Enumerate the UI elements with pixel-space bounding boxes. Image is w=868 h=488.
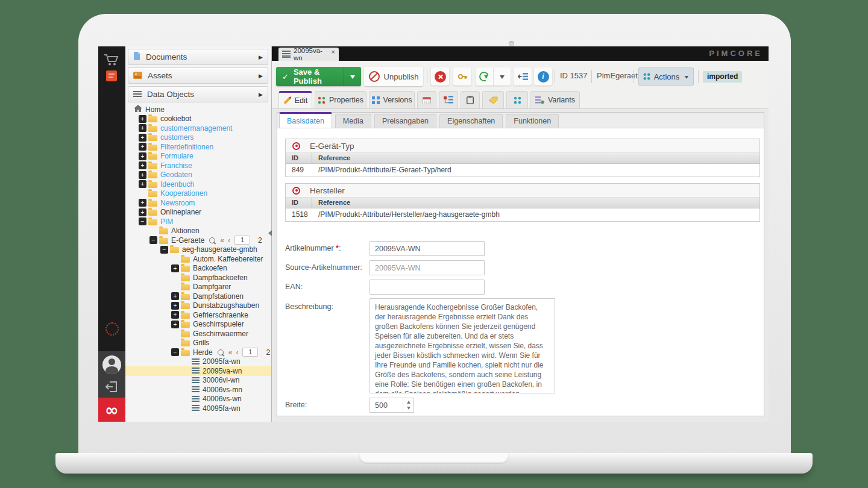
info-button[interactable]: i xyxy=(534,67,552,86)
sidebar-collapse-handle[interactable] xyxy=(265,230,272,236)
expand-icon[interactable]: + xyxy=(171,321,179,328)
accordion-data-objects[interactable]: Data Objects ▶ xyxy=(128,86,268,102)
field-artikelnummer-input[interactable] xyxy=(370,241,485,256)
tab-variants[interactable]: Variants xyxy=(530,91,580,108)
tree-item-dampfbackoefen[interactable]: Dampfbackoefen xyxy=(125,273,271,283)
expand-icon[interactable]: + xyxy=(139,115,146,123)
expand-icon[interactable]: + xyxy=(139,171,146,179)
expand-icon[interactable]: + xyxy=(139,124,146,132)
expand-icon[interactable]: + xyxy=(171,264,179,272)
tree-item-kooperationen[interactable]: Kooperationen xyxy=(125,189,271,199)
tree-item-customermanagement[interactable]: +customermanagement xyxy=(125,124,271,133)
save-dropdown[interactable] xyxy=(344,67,361,86)
logout-icon[interactable] xyxy=(105,381,118,395)
expand-icon[interactable]: + xyxy=(139,199,146,207)
tree-item-newsroom[interactable]: +Newsroom xyxy=(125,198,271,208)
maintenance-icon[interactable] xyxy=(105,322,119,336)
document-tab[interactable]: 20095va-wn xyxy=(278,48,339,61)
expand-icon[interactable]: + xyxy=(139,143,146,151)
table-row[interactable]: 849/PIM/Produkt-Attribute/E-Geraet-Typ/h… xyxy=(286,164,760,177)
spinner-down-icon[interactable] xyxy=(403,405,414,413)
tree-item-herde[interactable]: −Herde«‹12 xyxy=(125,348,271,357)
tree-item-dampfgarer[interactable]: Dampfgarer xyxy=(125,283,271,292)
tree-item-dunstabzugshauben[interactable]: +Dunstabzugshauben xyxy=(125,301,271,311)
expand-icon[interactable]: + xyxy=(139,208,146,216)
data-tab-basisdaten[interactable]: Basisdaten xyxy=(279,112,332,128)
close-icon[interactable] xyxy=(332,49,335,55)
tree-item-cookiebot[interactable]: +cookiebot xyxy=(125,114,271,124)
tree-item-autom-kaffeebereiter[interactable]: Autom. Kaffeebereiter xyxy=(125,254,271,264)
tree-item-onlineplaner[interactable]: +Onlineplaner xyxy=(125,208,271,217)
tree-item-30006vl-wn[interactable]: 30006vl-wn xyxy=(125,376,271,386)
tree-item-40006vs-wn[interactable]: 40006vs-wn xyxy=(125,395,271,404)
page-prev-icon[interactable]: ‹ xyxy=(236,348,238,357)
collapse-icon[interactable]: − xyxy=(139,217,146,225)
page-next-number[interactable]: 2 xyxy=(266,348,270,357)
tree-item-franchise[interactable]: +Franchise xyxy=(125,161,271,170)
expand-icon[interactable]: + xyxy=(171,292,179,300)
notes-icon[interactable] xyxy=(106,70,117,81)
tree-item-formulare[interactable]: +Formulare xyxy=(125,152,271,161)
page-input[interactable]: 1 xyxy=(234,236,250,245)
page-first-icon[interactable]: « xyxy=(228,348,233,357)
search-icon[interactable] xyxy=(218,349,224,355)
tab-edit[interactable]: Edit xyxy=(278,91,312,108)
field-source-artikelnummer-input[interactable] xyxy=(370,260,485,275)
tab-dependencies[interactable] xyxy=(439,91,458,108)
tab-properties[interactable]: Properties xyxy=(315,91,366,108)
expand-icon[interactable]: + xyxy=(139,161,146,169)
locate-in-tree-button[interactable] xyxy=(514,67,532,86)
tab-workflow[interactable] xyxy=(506,91,528,108)
expand-icon[interactable]: + xyxy=(171,311,179,319)
tree-item-home[interactable]: Home xyxy=(125,105,271,114)
data-tab-eigenschaften[interactable]: Eigenschaften xyxy=(439,114,503,128)
tree-item-gefrierschraenke[interactable]: +Gefrierschraenke xyxy=(125,310,271,320)
rename-button[interactable] xyxy=(453,67,471,86)
page-prev-icon[interactable]: ‹ xyxy=(228,236,230,245)
table-row[interactable]: 1518/PIM/Produkt-Attribute/Hersteller/ae… xyxy=(286,208,760,221)
field-beschreibung-textarea[interactable]: Herausragende Kochergebnisse Großer Back… xyxy=(370,298,555,393)
tree-item-customers[interactable]: +customers xyxy=(125,133,271,143)
tree-item-ideenbuch[interactable]: +Ideenbuch xyxy=(125,180,271,189)
tree-item-aeg-hausgeraete-gmbh[interactable]: −aeg-hausgeraete-gmbh xyxy=(125,245,271,255)
spinner-up-icon[interactable] xyxy=(403,398,414,405)
field-ean-input[interactable] xyxy=(370,280,485,295)
tree-item-40006vs-mn[interactable]: 40006vs-mn xyxy=(125,385,271,395)
field-breite-input[interactable] xyxy=(370,398,406,412)
save-publish-button[interactable]: ✓ Save & Publish xyxy=(276,67,361,86)
cart-icon[interactable] xyxy=(104,53,119,69)
expand-icon[interactable]: + xyxy=(171,302,179,310)
data-tab-media[interactable]: Media xyxy=(335,114,371,128)
data-tab-funktionen[interactable]: Funktionen xyxy=(506,114,559,128)
tree-item-grills[interactable]: Grills xyxy=(125,339,271,348)
tab-schedule[interactable] xyxy=(417,91,436,108)
save-publish-main[interactable]: ✓ Save & Publish xyxy=(276,67,344,86)
data-tab-preisangaben[interactable]: Preisangaben xyxy=(374,114,436,128)
delete-button[interactable] xyxy=(431,67,449,86)
pimcore-logo[interactable]: ∞ xyxy=(98,398,125,422)
tree-item-geschirrspueler[interactable]: +Geschirrspueler xyxy=(125,320,271,330)
collapse-icon[interactable]: − xyxy=(160,246,168,254)
tree-item-backoefen[interactable]: +Backoefen xyxy=(125,264,271,274)
tree-item-20095fa-wn[interactable]: 20095fa-wn xyxy=(125,357,271,367)
tree-item-aktionen[interactable]: Aktionen xyxy=(125,227,271,236)
page-first-icon[interactable]: « xyxy=(220,236,224,245)
tree-item-pim[interactable]: −PIM xyxy=(125,217,271,227)
page-input[interactable]: 1 xyxy=(242,348,258,357)
accordion-documents[interactable]: Documents ▶ xyxy=(128,49,268,65)
collapse-icon[interactable]: − xyxy=(149,236,157,244)
tree-item-40095fa-wn[interactable]: 40095fa-wn xyxy=(125,404,271,413)
page-next-number[interactable]: 2 xyxy=(258,236,262,245)
tree-item-dampfstationen[interactable]: +Dampfstationen xyxy=(125,292,271,301)
tree-item-e-geraete[interactable]: −E-Geraete«‹12 xyxy=(125,236,271,245)
accordion-assets[interactable]: Assets ▶ xyxy=(128,67,268,84)
tree-item-filterdefinitionen[interactable]: +Filterdefinitionen xyxy=(125,142,271,152)
reload-dropdown[interactable] xyxy=(493,67,511,86)
expand-icon[interactable]: + xyxy=(139,134,146,142)
reload-button[interactable] xyxy=(476,67,493,86)
tab-tags[interactable] xyxy=(482,91,504,108)
expand-icon[interactable]: + xyxy=(139,152,146,160)
tab-versions[interactable]: Versions xyxy=(369,91,415,108)
search-icon[interactable] xyxy=(209,237,215,243)
tree-item-20095va-wn[interactable]: 20095va-wn xyxy=(125,366,271,376)
